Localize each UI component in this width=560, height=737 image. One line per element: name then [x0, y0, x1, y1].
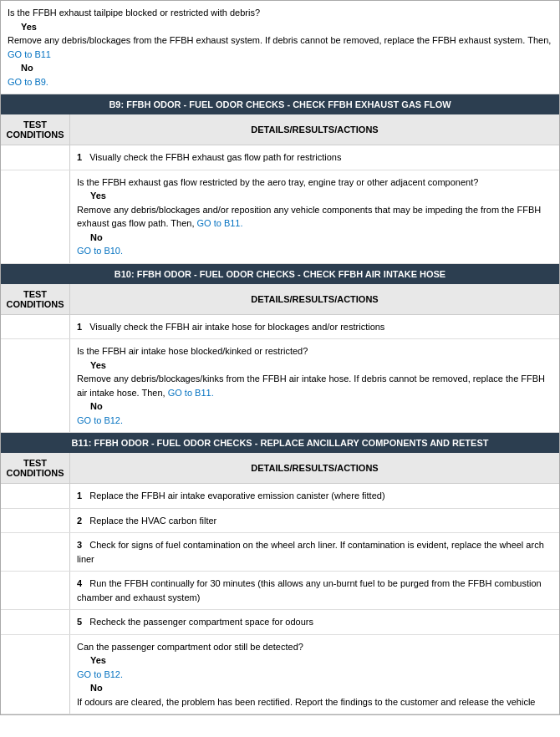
b11-no: No	[90, 681, 552, 695]
b10-no: No	[90, 399, 552, 414]
b10-header: B10: FFBH ODOR - FUEL ODOR CHECKS - CHEC…	[1, 264, 559, 284]
b11-left-1	[1, 484, 70, 508]
section-b11: B11: FFBH ODOR - FUEL ODOR CHECKS - REPL…	[1, 433, 559, 714]
top-no-label: No	[21, 61, 552, 75]
b9-col1-label: TESTCONDITIONS	[1, 114, 70, 145]
b11-header: B11: FFBH ODOR - FUEL ODOR CHECKS - REPL…	[1, 433, 559, 453]
b11-right-3: 3 Check for signs of fuel contamination …	[70, 533, 559, 571]
b11-row-4: 4 Run the FFBH continually for 30 minute…	[1, 572, 559, 610]
b9-left-1	[1, 145, 70, 170]
b11-row-qa: Can the passenger compartment odor still…	[1, 635, 559, 715]
b10-no-link[interactable]: GO to B12.	[77, 415, 123, 425]
b10-left-1	[1, 315, 70, 339]
b10-row-qa: Is the FFBH air intake hose blocked/kink…	[1, 339, 559, 433]
b11-row-1: 1 Replace the FFBH air intake evaporativ…	[1, 484, 559, 509]
b10-col-headers: TESTCONDITIONS DETAILS/RESULTS/ACTIONS	[1, 284, 559, 315]
b11-row-2: 2 Replace the HVAC carbon filter	[1, 509, 559, 534]
b10-yes-link[interactable]: GO to B11.	[168, 388, 214, 398]
b9-yes-link[interactable]: GO to B11.	[197, 218, 243, 228]
b9-right-1: 1 Visually check the FFBH exhaust gas fl…	[70, 145, 559, 170]
b11-row-5: 5 Recheck the passenger compartment spac…	[1, 610, 559, 635]
b9-col2-label: DETAILS/RESULTS/ACTIONS	[70, 114, 559, 145]
b9-yes-text: Remove any debris/blockages and/or repos…	[77, 203, 552, 231]
b11-yes-link[interactable]: GO to B12.	[77, 669, 123, 679]
b10-col2-label: DETAILS/RESULTS/ACTIONS	[70, 284, 559, 314]
b11-right-2: 2 Replace the HVAC carbon filter	[70, 509, 559, 533]
b9-header: B9: FFBH ODOR - FUEL ODOR CHECKS - CHECK…	[1, 94, 559, 114]
b11-col2-label: DETAILS/RESULTS/ACTIONS	[70, 453, 559, 483]
b11-right-1: 1 Replace the FFBH air intake evaporativ…	[70, 484, 559, 508]
b11-no-text: If odours are cleared, the problem has b…	[77, 695, 552, 709]
b11-right-5: 5 Recheck the passenger compartment spac…	[70, 610, 559, 634]
b11-question: Can the passenger compartment odor still…	[77, 640, 552, 654]
b10-row-1: 1 Visually check the FFBH air intake hos…	[1, 315, 559, 340]
b10-col1-label: TESTCONDITIONS	[1, 284, 70, 314]
b11-left-4	[1, 572, 70, 609]
b9-no: No	[90, 231, 552, 245]
b11-left-3	[1, 533, 70, 571]
b9-yes: Yes	[90, 189, 552, 203]
top-content-block: Is the FFBH exhaust tailpipe blocked or …	[1, 1, 559, 94]
b11-right-qa: Can the passenger compartment odor still…	[70, 635, 559, 714]
b10-right-1: 1 Visually check the FFBH air intake hos…	[70, 315, 559, 339]
b9-no-link[interactable]: GO to B10.	[77, 246, 123, 256]
b11-left-qa	[1, 635, 70, 714]
b10-yes-text: Remove any debris/blockages/kinks from t…	[77, 372, 552, 399]
b11-right-4: 4 Run the FFBH continually for 30 minute…	[70, 572, 559, 609]
top-yes-link[interactable]: GO to B11	[8, 49, 51, 59]
b9-row-qa: Is the FFBH exhaust gas flow restricted …	[1, 170, 559, 264]
top-yes-label: Yes	[21, 20, 552, 34]
b11-left-5	[1, 610, 70, 634]
section-b10: B10: FFBH ODOR - FUEL ODOR CHECKS - CHEC…	[1, 264, 559, 434]
b10-yes: Yes	[90, 358, 552, 373]
b10-question: Is the FFBH air intake hose blocked/kink…	[77, 344, 552, 358]
b10-left-qa	[1, 339, 70, 432]
top-no-link[interactable]: GO to B9.	[8, 75, 552, 89]
b9-col-headers: TESTCONDITIONS DETAILS/RESULTS/ACTIONS	[1, 114, 559, 145]
top-yes-instruction: Remove any debris/blockages from the FFB…	[8, 33, 552, 61]
b11-yes: Yes	[90, 653, 552, 668]
b11-col1-label: TESTCONDITIONS	[1, 453, 70, 483]
section-b9: B9: FFBH ODOR - FUEL ODOR CHECKS - CHECK…	[1, 94, 559, 264]
b11-left-2	[1, 509, 70, 533]
b10-right-qa: Is the FFBH air intake hose blocked/kink…	[70, 339, 559, 432]
b9-right-qa: Is the FFBH exhaust gas flow restricted …	[70, 170, 559, 263]
b11-row-3: 3 Check for signs of fuel contamination …	[1, 533, 559, 572]
b9-row-1: 1 Visually check the FFBH exhaust gas fl…	[1, 145, 559, 170]
b9-question: Is the FFBH exhaust gas flow restricted …	[77, 175, 552, 190]
b9-left-qa	[1, 170, 70, 263]
top-question: Is the FFBH exhaust tailpipe blocked or …	[8, 6, 552, 20]
b11-col-headers: TESTCONDITIONS DETAILS/RESULTS/ACTIONS	[1, 453, 559, 484]
